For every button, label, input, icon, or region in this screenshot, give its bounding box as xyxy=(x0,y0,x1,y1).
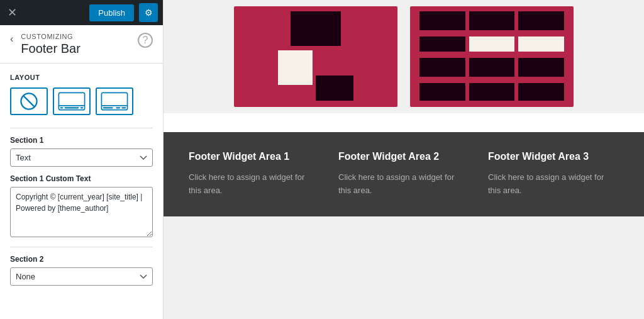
close-button[interactable]: ✕ xyxy=(5,4,19,21)
section1-label: Section 1 xyxy=(10,136,153,145)
pb1-rect2 xyxy=(278,50,313,85)
pb1-rect1 xyxy=(291,11,341,46)
panel-content: Layout xyxy=(0,64,163,319)
pattern-block-2 xyxy=(410,6,574,107)
layout-btn-split[interactable] xyxy=(96,87,133,115)
footer-col-3-text: Click here to assign a widget for this a… xyxy=(488,171,619,198)
customizing-label: Customizing xyxy=(21,33,80,40)
layout-options xyxy=(10,87,153,115)
layout-btn-center[interactable] xyxy=(53,87,91,115)
pb2-row3 xyxy=(419,58,564,77)
layout-section-label: Layout xyxy=(10,74,153,81)
svg-rect-4 xyxy=(65,107,79,108)
pattern-block-1 xyxy=(234,6,397,107)
footer-col-2: Footer Widget Area 2 Click here to assig… xyxy=(338,151,488,198)
split-layout-icon xyxy=(99,91,130,111)
pb2-row1 xyxy=(419,11,564,30)
svg-rect-11 xyxy=(121,107,126,108)
svg-line-1 xyxy=(23,96,35,107)
back-button[interactable]: ‹ xyxy=(10,33,16,44)
pb2-row2 xyxy=(419,36,564,52)
footer-col-2-text: Click here to assign a widget for this a… xyxy=(338,171,469,198)
preview-area: Footer Widget Area 1 Click here to assig… xyxy=(164,0,644,319)
svg-rect-10 xyxy=(116,107,120,108)
section1-custom-text-input[interactable]: Copyright © [current_year] [site_title] … xyxy=(10,187,153,237)
divider-1 xyxy=(10,128,153,128)
footer-preview: Footer Widget Area 1 Click here to assig… xyxy=(164,132,644,216)
white-gap xyxy=(164,113,644,132)
footer-col-1-title: Footer Widget Area 1 xyxy=(189,151,319,162)
preview-content: Footer Widget Area 1 Click here to assig… xyxy=(164,0,644,319)
section2-select[interactable]: None Text Menu Widget xyxy=(10,267,153,286)
section2-label: Section 2 xyxy=(10,255,153,264)
footer-col-1: Footer Widget Area 1 Click here to assig… xyxy=(189,151,338,198)
layout-btn-none[interactable] xyxy=(10,87,48,115)
svg-rect-6 xyxy=(80,107,84,108)
hero-area xyxy=(164,0,644,113)
help-button[interactable]: ? xyxy=(138,33,153,48)
divider-2 xyxy=(10,247,153,247)
publish-button[interactable]: Publish xyxy=(89,4,134,21)
customizing-header: ‹ Customizing Footer Bar ? xyxy=(0,25,163,64)
footer-col-2-title: Footer Widget Area 2 xyxy=(338,151,469,162)
section1-select[interactable]: None Text Menu Widget xyxy=(10,148,153,167)
pb1-rect3 xyxy=(316,76,353,101)
svg-rect-5 xyxy=(60,107,64,108)
no-layout-icon xyxy=(14,91,44,111)
center-layout-icon xyxy=(57,91,87,111)
svg-rect-9 xyxy=(103,107,113,108)
top-bar: ✕ Publish ⚙ xyxy=(0,0,163,25)
left-panel: ✕ Publish ⚙ ‹ Customizing Footer Bar ? L… xyxy=(0,0,164,319)
customizing-title: Footer Bar xyxy=(21,40,80,57)
footer-col-3-title: Footer Widget Area 3 xyxy=(488,151,619,162)
gear-button[interactable]: ⚙ xyxy=(139,3,158,22)
pb2-row4 xyxy=(419,83,564,101)
footer-col-3: Footer Widget Area 3 Click here to assig… xyxy=(488,151,619,198)
section1-custom-text-label: Section 1 Custom Text xyxy=(10,174,153,183)
footer-col-1-text: Click here to assign a widget for this a… xyxy=(189,171,319,198)
